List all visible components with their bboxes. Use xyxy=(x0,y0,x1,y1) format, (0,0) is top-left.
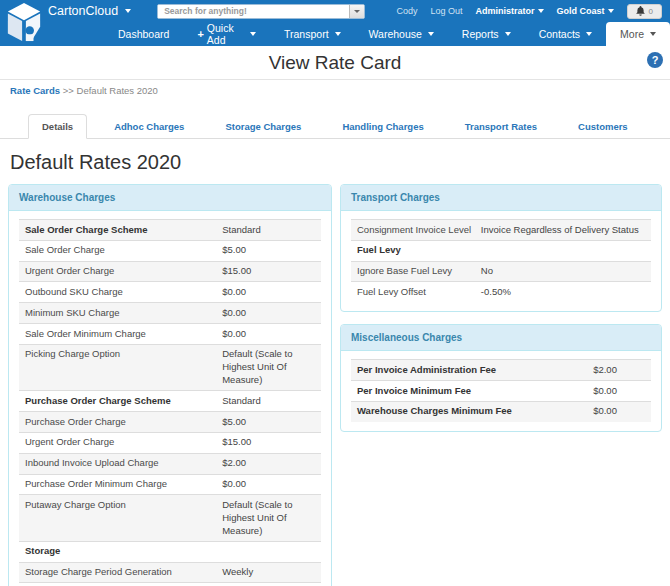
table-row: Storage Period Starts On Sunday xyxy=(19,582,321,586)
nav-item[interactable]: Transport xyxy=(270,22,355,46)
warehouse-charges-panel: Warehouse Charges Sale Order Charge Sche… xyxy=(8,184,332,586)
cartoncloud-logo-icon[interactable] xyxy=(5,2,43,44)
table-row: Per Invoice Minimum Fee $0.00 xyxy=(351,380,651,401)
row-label: Per Invoice Administration Fee xyxy=(357,364,593,377)
warehouse-charges-table: Sale Order Charge Scheme Standard Sale O… xyxy=(19,219,321,586)
nav-item[interactable]: Contacts xyxy=(525,22,606,46)
caret-down-icon xyxy=(125,9,131,13)
row-label: Fuel Levy Offset xyxy=(357,286,481,299)
row-value: $0.00 xyxy=(222,478,315,491)
table-row: Urgent Order Charge $15.00 xyxy=(19,432,321,453)
table-row: Storage xyxy=(19,541,321,562)
table-row: Outbound SKU Charge $0.00 xyxy=(19,281,321,302)
row-value: Default (Scale to Highest Unit Of Measur… xyxy=(222,499,315,537)
row-value: $0.00 xyxy=(593,385,645,398)
row-label: Urgent Order Charge xyxy=(25,265,222,278)
nav-item[interactable]: More xyxy=(606,22,670,46)
notification-count: 0 xyxy=(649,7,653,16)
search-input[interactable] xyxy=(158,5,349,18)
row-label: Storage Charge Period Generation xyxy=(25,566,222,579)
nav-item[interactable]: Dashboard xyxy=(104,22,183,46)
rate-card-tabs: Details Adhoc Charges Storage Charges Ha… xyxy=(0,114,670,139)
table-row: Fuel Levy Offset -0.50% xyxy=(351,281,651,302)
row-value: $5.00 xyxy=(222,416,315,429)
tab[interactable]: Transport Rates xyxy=(451,114,551,139)
row-label: Outbound SKU Charge xyxy=(25,286,222,299)
notifications-button[interactable]: 0 xyxy=(627,4,662,19)
row-label: Sale Order Charge Scheme xyxy=(25,224,222,237)
table-row: Sale Order Charge $5.00 xyxy=(19,240,321,261)
row-value: No xyxy=(481,265,645,278)
nav-item[interactable]: Warehouse xyxy=(355,22,448,46)
page-title-bar: View Rate Card ? xyxy=(0,46,670,79)
rate-card-heading: Default Rates 2020 xyxy=(10,151,662,174)
row-label: Per Invoice Minimum Fee xyxy=(357,385,593,398)
nav-item-label: More xyxy=(620,28,644,40)
tab-label: Customers xyxy=(578,121,628,132)
table-row: Storage Charge Period Generation Weekly xyxy=(19,562,321,583)
logout-link[interactable]: Log Out xyxy=(430,6,462,16)
table-row: Purchase Order Minimum Charge $0.00 xyxy=(19,474,321,495)
row-label: Minimum SKU Charge xyxy=(25,307,222,320)
tab[interactable]: Storage Charges xyxy=(211,114,315,139)
row-value: Weekly xyxy=(222,566,315,579)
tab[interactable]: Adhoc Charges xyxy=(100,114,198,139)
row-label: Purchase Order Minimum Charge xyxy=(25,478,222,491)
row-value: $2.00 xyxy=(222,457,315,470)
row-value: $0.00 xyxy=(222,328,315,341)
search-scope-select[interactable] xyxy=(349,5,364,18)
table-row: Sale Order Charge Scheme Standard xyxy=(19,219,321,240)
row-label: Storage xyxy=(25,545,222,558)
brand-menu[interactable]: CartonCloud xyxy=(48,4,131,18)
row-label: Purchase Order Charge Scheme xyxy=(25,395,222,408)
panel-title: Transport Charges xyxy=(341,185,661,211)
table-row: Picking Charge Option Default (Scale to … xyxy=(19,344,321,390)
table-row: Putaway Charge Option Default (Scale to … xyxy=(19,494,321,540)
tab[interactable]: Details xyxy=(28,114,87,139)
table-row: Warehouse Charges Minimum Fee $0.00 xyxy=(351,401,651,422)
global-search xyxy=(157,4,365,19)
table-row: Sale Order Minimum Charge $0.00 xyxy=(19,323,321,344)
row-label: Consignment Invoice Level xyxy=(357,224,481,237)
nav-item-label: Quick Add xyxy=(207,22,244,46)
tenant-menu[interactable]: Gold Coast xyxy=(557,6,614,16)
caret-down-icon xyxy=(608,9,614,13)
row-value: Standard xyxy=(222,224,315,237)
caret-down-icon xyxy=(586,32,592,36)
user-name-link[interactable]: Cody xyxy=(396,6,417,16)
tenant-label: Gold Coast xyxy=(557,6,605,16)
row-value: $15.00 xyxy=(222,265,315,278)
caret-down-icon xyxy=(335,32,341,36)
row-value: $5.00 xyxy=(222,244,315,257)
nav-item[interactable]: Reports xyxy=(448,22,525,46)
row-label: Purchase Order Charge xyxy=(25,416,222,429)
transport-charges-panel: Transport Charges Consignment Invoice Le… xyxy=(340,184,662,312)
row-value: $0.00 xyxy=(222,286,315,299)
caret-down-icon xyxy=(250,32,256,36)
row-value: -0.50% xyxy=(481,286,645,299)
tab-label: Details xyxy=(42,121,73,132)
tab[interactable]: Handling Charges xyxy=(328,114,437,139)
brand-label: CartonCloud xyxy=(48,4,118,18)
row-label: Sale Order Minimum Charge xyxy=(25,328,222,341)
plus-icon: + xyxy=(197,28,203,40)
table-row: Fuel Levy xyxy=(351,240,651,261)
role-menu[interactable]: Administrator xyxy=(476,6,544,16)
row-value: Standard xyxy=(222,395,315,408)
help-icon[interactable]: ? xyxy=(647,52,663,68)
row-label: Sale Order Charge xyxy=(25,244,222,257)
page-title: View Rate Card xyxy=(269,52,402,73)
miscellaneous-charges-panel: Miscellaneous Charges Per Invoice Admini… xyxy=(340,324,662,431)
row-label: Inbound Invoice Upload Charge xyxy=(25,457,222,470)
main-nav: Dashboard + Quick Add Transport Warehous… xyxy=(0,22,670,46)
table-row: Urgent Order Charge $15.00 xyxy=(19,261,321,282)
tab-label: Adhoc Charges xyxy=(114,121,184,132)
tab-label: Handling Charges xyxy=(342,121,423,132)
panel-title: Miscellaneous Charges xyxy=(341,325,661,351)
nav-item-label: Dashboard xyxy=(118,28,169,40)
breadcrumb-rate-cards-link[interactable]: Rate Cards xyxy=(10,85,60,96)
panel-title: Warehouse Charges xyxy=(9,185,331,211)
tab[interactable]: Customers xyxy=(564,114,642,139)
nav-item-label: Warehouse xyxy=(369,28,422,40)
nav-item[interactable]: + Quick Add xyxy=(183,22,270,46)
